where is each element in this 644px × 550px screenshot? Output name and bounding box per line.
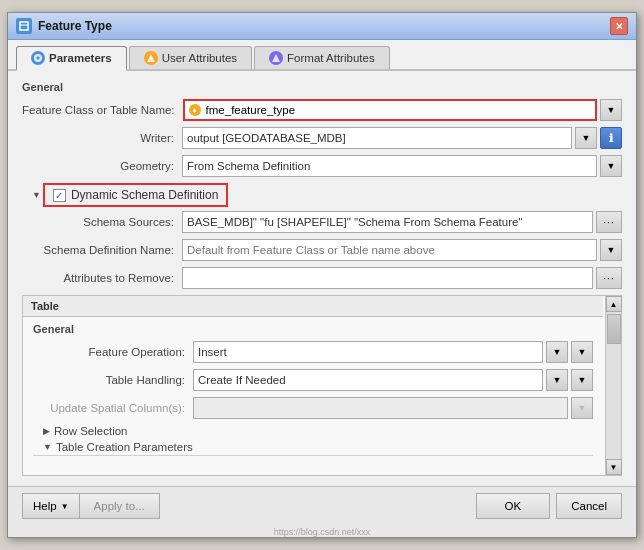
user-tab-label: User Attributes [162,52,237,64]
writer-input[interactable] [182,127,572,149]
attributes-to-remove-control: ··· [182,267,622,289]
help-label: Help [33,500,57,512]
schema-definition-name-label: Schema Definition Name: [22,244,182,256]
row-selection-expand-icon[interactable]: ▶ [43,426,50,436]
footer: Help ▼ Apply to... OK Cancel [8,486,636,525]
scroll-down-arrow[interactable]: ▼ [606,459,622,475]
table-creation-label: Table Creation Parameters [56,441,193,453]
dynamic-schema-container: ✓ Dynamic Schema Definition [43,183,228,207]
feature-class-icon: ♦ [189,104,201,116]
table-section: Table ▲ ▼ General Feature Operation: ▼ [22,295,622,476]
writer-control: ▼ ℹ [182,127,622,149]
tab-parameters[interactable]: Parameters [16,46,127,71]
footer-left: Help ▼ Apply to... [22,493,160,519]
update-spatial-row: Update Spatial Column(s): ▼ [33,397,593,419]
feature-class-dropdown[interactable]: ▼ [600,99,622,121]
main-content: General Feature Class or Table Name: ♦ ▼… [8,71,636,486]
params-tab-icon [31,51,45,65]
feature-operation-extra-btn[interactable]: ▼ [571,341,593,363]
ok-label: OK [505,500,522,512]
tab-format-attributes[interactable]: Format Attributes [254,46,390,69]
writer-info-button[interactable]: ℹ [600,127,622,149]
apply-label: Apply to... [94,500,145,512]
help-dropdown-arrow: ▼ [61,502,69,511]
close-button[interactable]: ✕ [610,17,628,35]
feature-class-label: Feature Class or Table Name: [22,104,183,116]
feature-operation-label: Feature Operation: [33,346,193,358]
schema-sources-label: Schema Sources: [22,216,182,228]
format-tab-icon [269,51,283,65]
table-inner-label: General [33,323,593,335]
scroll-up-arrow[interactable]: ▲ [606,296,622,312]
schema-definition-name-row: Schema Definition Name: ▼ [22,239,622,261]
feature-operation-control: ▼ ▼ [193,341,593,363]
table-creation-row: ▼ Table Creation Parameters [43,441,593,453]
feature-type-window: Feature Type ✕ Parameters User Attribute… [7,12,637,538]
row-selection-label: Row Selection [54,425,128,437]
schema-sources-control: ··· [182,211,622,233]
general-section-label: General [22,81,622,93]
watermark: https://blog.csdn.net/xxx [8,525,636,537]
svg-marker-4 [272,54,280,62]
cancel-label: Cancel [571,500,607,512]
writer-dropdown[interactable]: ▼ [575,127,597,149]
table-inner-content: General Feature Operation: ▼ ▼ Table Han… [23,317,603,475]
writer-label: Writer: [22,132,182,144]
scroll-track [607,312,621,459]
schema-definition-dropdown[interactable]: ▼ [600,239,622,261]
window-title: Feature Type [38,19,112,33]
table-handling-input[interactable] [193,369,543,391]
table-handling-extra-btn[interactable]: ▼ [571,369,593,391]
title-bar-left: Feature Type [16,18,112,34]
footer-right: OK Cancel [476,493,622,519]
feature-operation-dropdown[interactable]: ▼ [546,341,568,363]
table-handling-label: Table Handling: [33,374,193,386]
attributes-to-remove-row: Attributes to Remove: ··· [22,267,622,289]
tab-user-attributes[interactable]: User Attributes [129,46,252,69]
geometry-row: Geometry: ▼ [22,155,622,177]
attributes-to-remove-label: Attributes to Remove: [22,272,182,284]
window-icon [16,18,32,34]
svg-rect-0 [20,22,28,30]
geometry-dropdown[interactable]: ▼ [600,155,622,177]
feature-class-input[interactable] [206,104,591,116]
update-spatial-label: Update Spatial Column(s): [33,402,193,414]
update-spatial-input [193,397,568,419]
table-handling-control: ▼ ▼ [193,369,593,391]
geometry-input[interactable] [182,155,597,177]
feature-operation-input[interactable] [193,341,543,363]
table-creation-content-placeholder [33,455,593,469]
row-selection-row: ▶ Row Selection [43,425,593,437]
feature-class-control: ♦ ▼ [183,99,622,121]
format-tab-label: Format Attributes [287,52,375,64]
table-creation-expand-icon[interactable]: ▼ [43,442,52,452]
feature-class-row: Feature Class or Table Name: ♦ ▼ [22,99,622,121]
table-section-header: Table [23,296,603,317]
user-tab-icon [144,51,158,65]
dynamic-schema-checkbox[interactable]: ✓ [53,189,66,202]
feature-operation-row: Feature Operation: ▼ ▼ [33,341,593,363]
svg-marker-3 [147,54,155,62]
tab-bar: Parameters User Attributes Format Attrib… [8,40,636,71]
schema-sources-row: Schema Sources: ··· [22,211,622,233]
schema-sources-dots-button[interactable]: ··· [596,211,622,233]
dynamic-collapse-icon[interactable]: ▼ [32,190,41,200]
schema-sources-input[interactable] [182,211,593,233]
update-spatial-dropdown: ▼ [571,397,593,419]
scrollbar[interactable]: ▲ ▼ [605,296,621,475]
apply-button[interactable]: Apply to... [80,493,160,519]
update-spatial-control: ▼ [193,397,593,419]
params-tab-label: Parameters [49,52,112,64]
attributes-to-remove-input[interactable] [182,267,593,289]
table-handling-dropdown[interactable]: ▼ [546,369,568,391]
cancel-button[interactable]: Cancel [556,493,622,519]
schema-definition-name-control: ▼ [182,239,622,261]
geometry-control: ▼ [182,155,622,177]
dynamic-schema-row: ▼ ✓ Dynamic Schema Definition [32,183,622,207]
schema-definition-name-input[interactable] [182,239,597,261]
scroll-thumb[interactable] [607,314,621,344]
help-button[interactable]: Help ▼ [22,493,80,519]
table-handling-row: Table Handling: ▼ ▼ [33,369,593,391]
attributes-to-remove-dots-button[interactable]: ··· [596,267,622,289]
ok-button[interactable]: OK [476,493,551,519]
